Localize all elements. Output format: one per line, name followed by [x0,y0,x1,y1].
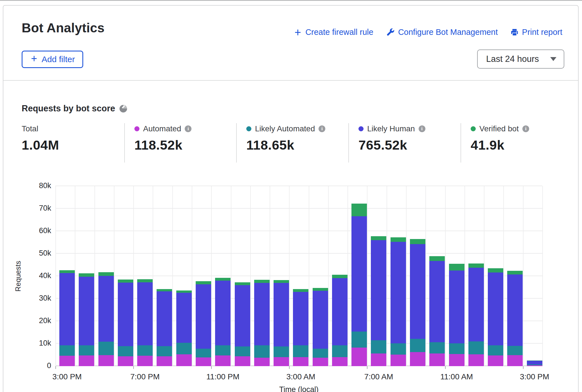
bar-segment-automated[interactable] [137,356,153,366]
bar-segment-likely-automated[interactable] [137,345,153,356]
bar-segment-verified-bot[interactable] [254,280,270,283]
bar-segment-verified-bot[interactable] [351,204,367,217]
bar-segment-verified-bot[interactable] [137,279,153,282]
bar-segment-likely-automated[interactable] [313,349,328,358]
bar-segment-verified-bot[interactable] [274,280,289,283]
bar-segment-automated[interactable] [391,355,406,366]
time-range-dropdown[interactable]: Last 24 hours [477,49,564,69]
bar-segment-likely-automated[interactable] [196,349,211,357]
bar-segment-automated[interactable] [468,354,484,366]
info-icon[interactable]: i [419,125,425,132]
bar-segment-automated[interactable] [196,357,211,366]
bar-segment-likely-automated[interactable] [293,345,308,357]
bar-segment-likely-automated[interactable] [254,345,270,357]
bar-segment-automated[interactable] [313,358,328,366]
bar-segment-likely-human[interactable] [196,284,211,349]
bar-segment-likely-human[interactable] [157,291,172,346]
bar-segment-likely-automated[interactable] [507,346,523,355]
bar-segment-automated[interactable] [254,358,270,366]
bar-segment-likely-automated[interactable] [410,339,425,352]
bar-segment-verified-bot[interactable] [527,361,542,361]
bar-segment-likely-automated[interactable] [235,346,250,356]
bar-segment-automated[interactable] [332,357,348,366]
bar-segment-likely-automated[interactable] [176,343,192,354]
bar-segment-likely-human[interactable] [332,278,348,345]
bar-segment-likely-human[interactable] [293,292,308,345]
bar-segment-likely-human[interactable] [488,272,503,345]
bar-segment-likely-human[interactable] [176,293,192,343]
bar-segment-likely-automated[interactable] [371,340,386,353]
bar-segment-automated[interactable] [98,355,114,366]
bar-segment-automated[interactable] [79,355,94,366]
bar-segment-likely-human[interactable] [391,242,406,344]
bar-segment-likely-human[interactable] [449,271,464,343]
bar-segment-verified-bot[interactable] [196,281,211,284]
bar-segment-automated[interactable] [176,354,192,366]
info-icon[interactable]: i [185,125,191,132]
bar-segment-likely-human[interactable] [137,282,153,346]
bar-segment-automated[interactable] [371,353,386,366]
bar-segment-likely-human[interactable] [118,283,133,346]
bar-segment-verified-bot[interactable] [59,270,75,273]
bar-segment-likely-human[interactable] [98,276,114,342]
bar-segment-automated[interactable] [449,354,464,366]
bar-segment-automated[interactable] [157,356,172,366]
bar-segment-likely-automated[interactable] [157,346,172,356]
bar-segment-verified-bot[interactable] [118,280,133,283]
bar-segment-verified-bot[interactable] [313,288,328,291]
bar-segment-verified-bot[interactable] [176,290,192,293]
bar-segment-likely-automated[interactable] [449,343,464,354]
bar-segment-verified-bot[interactable] [391,237,406,242]
bar-segment-likely-human[interactable] [371,240,386,340]
bar-segment-likely-automated[interactable] [98,342,114,355]
bar-segment-verified-bot[interactable] [488,268,503,272]
bar-segment-likely-automated[interactable] [59,345,75,356]
bar-segment-verified-bot[interactable] [371,236,386,240]
bar-segment-likely-human[interactable] [79,277,94,346]
bar-segment-verified-bot[interactable] [293,289,308,292]
bar-segment-likely-automated[interactable] [215,345,231,356]
bar-segment-automated[interactable] [118,356,133,366]
bar-segment-verified-bot[interactable] [410,239,425,244]
bar-segment-likely-human[interactable] [429,261,445,343]
bar-segment-verified-bot[interactable] [507,271,523,275]
bar-segment-likely-human[interactable] [254,283,270,345]
bar-segment-likely-automated[interactable] [351,332,367,348]
bar-segment-automated[interactable] [488,355,503,366]
info-icon[interactable]: i [522,125,529,132]
configure-bot-management-link[interactable]: Configure Bot Management [386,28,498,37]
bar-segment-verified-bot[interactable] [468,263,484,268]
add-filter-button[interactable]: Add filter [22,51,83,68]
bar-segment-likely-automated[interactable] [429,342,445,353]
bar-segment-likely-human[interactable] [59,273,75,346]
bar-segment-verified-bot[interactable] [215,278,231,281]
bar-segment-likely-human[interactable] [527,361,542,364]
bar-segment-automated[interactable] [274,357,289,366]
bar-segment-automated[interactable] [215,355,231,366]
bar-segment-likely-automated[interactable] [391,343,406,355]
bar-segment-likely-human[interactable] [313,291,328,349]
bar-segment-likely-human[interactable] [215,281,231,345]
bar-segment-automated[interactable] [59,356,75,366]
bar-segment-automated[interactable] [293,357,308,366]
bar-segment-verified-bot[interactable] [98,272,114,276]
info-icon[interactable]: i [319,125,325,132]
bar-segment-verified-bot[interactable] [332,275,348,278]
bar-segment-likely-automated[interactable] [118,346,133,356]
bar-segment-likely-human[interactable] [507,274,523,346]
print-report-link[interactable]: Print report [510,28,562,37]
bar-segment-verified-bot[interactable] [157,289,172,292]
bar-segment-automated[interactable] [507,355,523,366]
bar-segment-automated[interactable] [351,348,367,366]
bar-segment-likely-human[interactable] [235,285,250,346]
bar-segment-likely-automated[interactable] [488,345,503,355]
bar-segment-likely-automated[interactable] [332,345,348,357]
bar-segment-likely-human[interactable] [274,283,289,346]
bar-segment-verified-bot[interactable] [429,256,445,261]
bar-segment-likely-automated[interactable] [468,341,484,354]
bar-segment-likely-human[interactable] [351,216,367,332]
create-firewall-rule-link[interactable]: Create firewall rule [294,28,373,37]
bar-segment-likely-automated[interactable] [527,364,542,365]
bar-segment-likely-human[interactable] [468,268,484,341]
bar-segment-automated[interactable] [527,365,542,366]
